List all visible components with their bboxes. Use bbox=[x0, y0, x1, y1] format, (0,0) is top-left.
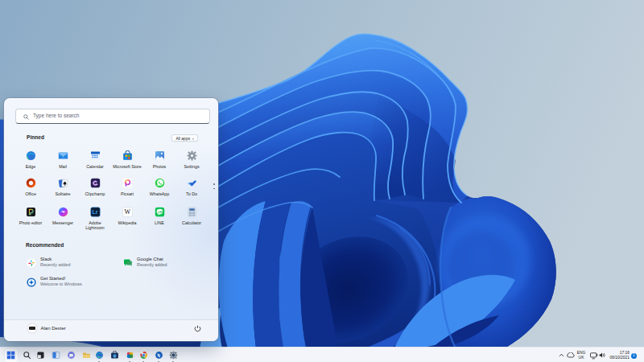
svg-text:LINE: LINE bbox=[158, 211, 163, 214]
svg-text:W: W bbox=[124, 208, 130, 216]
svg-text:Lr: Lr bbox=[92, 209, 97, 215]
